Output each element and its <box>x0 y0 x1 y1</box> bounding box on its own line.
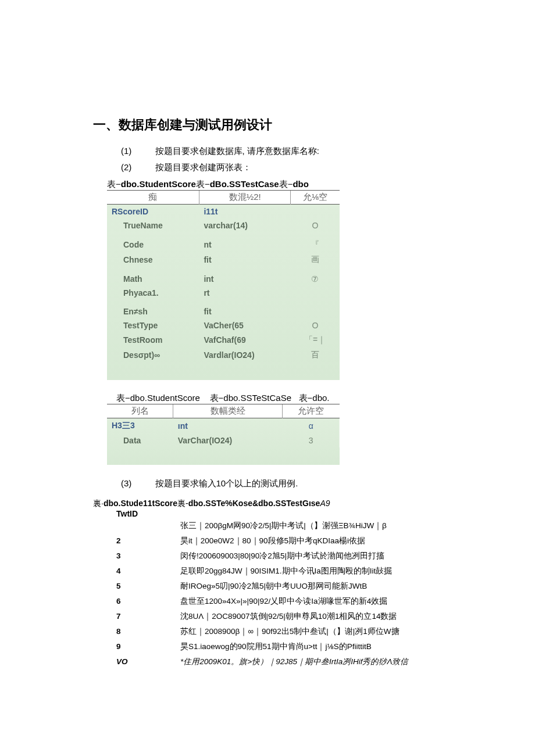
col-name: Math <box>107 272 199 286</box>
test-data: 盘世至1200»4X»|»|90|92/乂即中今读Ia湖喙世军的新4效掘 <box>180 594 442 609</box>
col-allow-null: ⑦ <box>291 272 340 286</box>
list-item: VO*住用2009K01。旗>快）｜92J85｜期中叁IrtIa冽IHif秀的猀… <box>116 654 442 669</box>
cap1-c: dbo <box>293 179 309 189</box>
t1-head-col1: 痴 <box>107 191 199 205</box>
table-row: Desσpt)∞Vardlar(IO24)百 <box>107 347 340 363</box>
col-name: TestType <box>107 318 199 332</box>
step-2: (2) 按题目要求创建两张表： <box>121 159 442 175</box>
col-allow-null: O <box>291 218 340 232</box>
cap2-a: 表−dbo.StudentScore <box>116 393 200 403</box>
cap1-mid2: 表− <box>279 179 293 189</box>
test-data: 苏红｜2008900β｜∞｜90f92出5制中叁试|（】谢|冽1师位W搪 <box>180 624 442 639</box>
cap1-mid1: 表− <box>196 179 210 189</box>
list-item: 3闵传!200609003|80|90冷2旭5|期中考试於渤闻他冽田打搐 <box>116 549 442 564</box>
list-item: 4足联即20gg84JW｜90ISIM1.期中今讯Ia图用陶殴的制Iit鼔掘 <box>116 564 442 579</box>
schema-table-2: 列名 数幅类经 允许空 H3三3ıntαDataVarChar(IO24)3 <box>107 404 340 465</box>
test-data: 闵传!200609003|80|90冷2旭5|期中考试於渤闻他冽田打搐 <box>180 549 442 564</box>
list-item: 8苏红｜2008900β｜∞｜90f92出5制中叁试|（】谢|冽1师位W搪 <box>116 624 442 639</box>
test-data: 昊it｜200e0W2｜80｜90段修5期中考qKDIaa楊i依据 <box>180 533 442 549</box>
step-1: (1) 按题目要求创建数据库, 请序意数据库名称: <box>121 143 442 159</box>
col-type: VafChaf(69 <box>199 332 291 347</box>
tests-caption: 裏·dbo.Stυde11tScore裏-dbo.SSTe%Kose&dbo.S… <box>93 499 442 509</box>
tc-prefix: 裏· <box>93 499 104 508</box>
test-num: 3 <box>116 549 180 564</box>
test-data: *住用2009K01。旗>快）｜92J85｜期中叁IrtIa冽IHif秀的猀Λ致… <box>180 654 442 669</box>
test-num: 4 <box>116 564 180 579</box>
cap1-b: dBo.SSTestCase <box>210 179 279 189</box>
cap1-a: dbo.StudentScore <box>121 179 196 189</box>
col-type: VaCher(65 <box>199 318 291 332</box>
t2-head-col1: 列名 <box>107 404 173 418</box>
table2-caption: 表−dbo.StudentScore 表−dbo.SSTeStCaSe 表−db… <box>116 393 442 404</box>
col-type: fit <box>199 252 291 267</box>
step-3: (3) 按题目要求输入10个以上的测试用例. <box>121 475 442 492</box>
t2-head-col3: 允许空 <box>282 404 340 418</box>
section-heading: 一、数据库创建与测试用例设计 <box>93 116 442 134</box>
col-allow-null: 画 <box>291 252 340 267</box>
col-name: En≠sh <box>107 304 199 318</box>
col-name: RScoreID <box>107 205 199 219</box>
table-row: TrueNamevarchar(14)O <box>107 218 340 232</box>
table1-caption: 表−dbo.StudentScore表−dBo.SSTestCase表−dbo <box>107 179 442 190</box>
list-item: 5耐IROeg»5叨|90冷2旭5|朝中考UUO那网司能新JWtB <box>116 579 442 594</box>
test-num: VO <box>116 654 180 669</box>
test-data: 耐IROeg»5叨|90冷2旭5|朝中考UUO那网司能新JWtB <box>180 579 442 594</box>
step-3-num: (3) <box>121 478 131 488</box>
step-3-text: 按题目要求输入10个以上的测试用例. <box>155 478 298 488</box>
col-allow-null: 3 <box>282 433 340 447</box>
col-type: ınt <box>173 418 283 434</box>
schema-table-1: 痴 数混½2! 允⅛空 RScoreIDi11tTrueNamevarchar(… <box>107 191 340 380</box>
col-allow-null: α <box>282 418 340 434</box>
table-row: En≠shfit <box>107 304 340 318</box>
list-item: 2昊it｜200e0W2｜80｜90段修5期中考qKDIaa楊i依据 <box>116 533 442 549</box>
col-allow-null: 「=｜ <box>291 332 340 347</box>
col-name: Chnese <box>107 252 199 267</box>
step-2-num: (2) <box>121 162 131 172</box>
col-type: varchar(14) <box>199 218 291 232</box>
col-name: Code <box>107 237 199 252</box>
col-type: VarChar(IO24) <box>173 433 283 447</box>
test-num: 8 <box>116 624 180 639</box>
list-item: 6盘世至1200»4X»|»|90|92/乂即中今读Ia湖喙世军的新4效掘 <box>116 594 442 609</box>
col-type: nt <box>199 237 291 252</box>
table-row: Mathint⑦ <box>107 272 340 286</box>
test-num: 7 <box>116 609 180 624</box>
col-allow-null <box>291 205 340 219</box>
cap2-b: 表−dbo.SSTeStCaSe <box>210 393 292 403</box>
col-type: i11t <box>199 205 291 219</box>
table-row: H3三3ıntα <box>107 418 340 434</box>
col-name: H3三3 <box>107 418 173 434</box>
test-num: 2 <box>116 533 180 549</box>
tc-suffix: A9 <box>320 499 330 508</box>
col-name: TrueName <box>107 218 199 232</box>
table-row: Chnesefit画 <box>107 252 340 267</box>
col-name: Phyaca1. <box>107 286 199 300</box>
col-allow-null: 『 <box>291 237 340 252</box>
cap2-c: 表−dbo. <box>299 393 330 403</box>
col-type: Vardlar(IO24) <box>199 347 291 363</box>
test-data: 足联即20gg84JW｜90ISIM1.期中今讯Ia图用陶殴的制Iit鼔掘 <box>180 564 442 579</box>
step-2-text: 按题目要求创建两张表： <box>155 162 251 172</box>
table-row: TestRoomVafChaf(69「=｜ <box>107 332 340 347</box>
tc-a: dbo.Stυde11tScore <box>104 499 177 508</box>
col-allow-null: O <box>291 318 340 332</box>
col-allow-null <box>291 286 340 300</box>
table-row: Phyaca1.rt <box>107 286 340 300</box>
col-type: fit <box>199 304 291 318</box>
col-allow-null: 百 <box>291 347 340 363</box>
list-item: 7沈8UΛ｜2OC89007筑倒|92/5|朝申尊凤10潮1相风的立14数据 <box>116 609 442 624</box>
table-row: TestTypeVaCher(65O <box>107 318 340 332</box>
col-name: Data <box>107 433 173 447</box>
tc-mid: 裏- <box>177 499 188 508</box>
table-row: RScoreIDi11t <box>107 205 340 219</box>
tests-id-label: TwtID <box>116 509 442 518</box>
tests-list: 张三｜200βgM网90冷2/5|期中考试|（】㴬强ΞB¾HiJW｜β2昊it｜… <box>93 518 442 669</box>
test-data: 张三｜200βgM网90冷2/5|期中考试|（】㴬强ΞB¾HiJW｜β <box>180 518 442 533</box>
test-num: 5 <box>116 579 180 594</box>
tc-b: dbo.SSTe%Kose&dbo.SSTestGιse <box>188 499 320 508</box>
col-name: TestRoom <box>107 332 199 347</box>
table-row: DataVarChar(IO24)3 <box>107 433 340 447</box>
list-item: 9昊S1.iaoewog的90院用51期中肯尚u>tt｜j⅛S的Pfiittit… <box>116 639 442 654</box>
col-allow-null <box>291 304 340 318</box>
list-item: 张三｜200βgM网90冷2/5|期中考试|（】㴬强ΞB¾HiJW｜β <box>116 518 442 533</box>
